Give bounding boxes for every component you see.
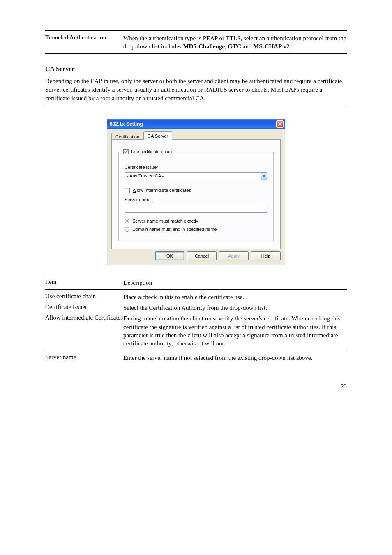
table-header-row: Item Description <box>45 279 347 287</box>
row-label: Use certificate chain <box>45 293 123 300</box>
use-certificate-chain-checkbox[interactable] <box>123 149 129 154</box>
page-number: 23 <box>45 383 347 390</box>
divider <box>45 289 347 290</box>
close-button[interactable] <box>276 120 284 128</box>
divider <box>45 30 347 31</box>
help-button[interactable]: Help <box>251 251 281 260</box>
dropdown-button[interactable] <box>261 173 267 180</box>
row-desc: During tunnel creation the client must v… <box>123 314 347 348</box>
table-row: Allow intermediate Certificates During t… <box>45 314 347 348</box>
col-header-desc: Description <box>123 279 347 287</box>
dropdown-value: - Any Trusted CA - <box>125 173 261 180</box>
ok-button[interactable]: OK <box>155 251 184 260</box>
document-page: Tunneled Authentication When the authent… <box>0 0 392 415</box>
group-legend: Use certificate chain <box>122 149 174 154</box>
radio-row-domain: Domain name must end in specified name <box>125 227 267 232</box>
dialog-body: Certification CA Server Use certificate … <box>107 129 285 265</box>
row-label: Allow intermediate Certificates <box>45 314 123 321</box>
server-name-label: Server name : <box>125 197 267 202</box>
groupbox-certificate-chain: Use certificate chain Certificate issuer… <box>118 152 274 241</box>
table-row: Use certificate chain Place a check in t… <box>45 293 347 301</box>
radio-domain-end-label: Domain name must end in specified name <box>132 227 217 232</box>
table-row: Certificate issuer Select the Certificat… <box>45 304 347 312</box>
row-label: Tunneled Authentication <box>45 34 123 41</box>
col-header-item: Item <box>45 279 123 286</box>
cancel-button[interactable]: Cancel <box>187 251 217 260</box>
certificate-issuer-dropdown[interactable]: - Any Trusted CA - <box>125 172 267 180</box>
allow-intermediate-row: Allow intermidiate certificates <box>125 188 267 193</box>
row-label: Certificate issuer <box>45 304 123 311</box>
row-desc: When the authentication type is PEAP or … <box>123 34 347 51</box>
divider <box>45 53 347 54</box>
radio-match-exactly-label: Server name must match exactly <box>132 219 198 223</box>
row-label: Server name <box>45 354 123 361</box>
chevron-down-icon <box>263 175 265 177</box>
radio-domain-end[interactable] <box>125 227 129 232</box>
divider <box>45 350 347 350</box>
dialog-window: 802.1x Setting Certification CA Server U… <box>107 119 285 265</box>
allow-intermediate-label: Allow intermidiate certificates <box>133 188 191 193</box>
tab-panel-ca-server: Use certificate chain Certificate issuer… <box>111 139 281 249</box>
close-icon <box>278 122 282 126</box>
titlebar: 802.1x Setting <box>107 119 285 129</box>
apply-button[interactable]: Apply <box>219 251 249 260</box>
section-heading: CA Server <box>45 65 347 73</box>
divider <box>45 275 347 275</box>
row-desc: Enter the server name if not selected fr… <box>123 354 347 362</box>
radio-row-exact: Server name must match exactly <box>125 219 267 223</box>
tab-ca-server[interactable]: CA Server <box>143 131 172 140</box>
window-title: 802.1x Setting <box>110 121 143 127</box>
server-name-input[interactable] <box>125 205 267 213</box>
divider <box>45 107 347 107</box>
radio-match-exactly[interactable] <box>125 219 129 223</box>
tab-bar: Certification CA Server <box>111 131 281 140</box>
table-row: Server name Enter the server name if not… <box>45 354 347 362</box>
use-certificate-chain-label: Use certificate chain <box>130 149 173 154</box>
dialog-button-row: OK Cancel Apply Help <box>111 251 281 260</box>
row-desc: Place a check in this to enable the cert… <box>123 293 347 301</box>
certificate-issuer-label: Certificate issuer : <box>125 165 267 170</box>
paragraph: Depending on the EAP in use, only the se… <box>45 77 347 103</box>
dialog-figure: 802.1x Setting Certification CA Server U… <box>45 119 347 265</box>
row-desc: Select the Certification Authority from … <box>123 304 347 312</box>
allow-intermediate-checkbox[interactable] <box>125 188 130 193</box>
definition-row: Tunneled Authentication When the authent… <box>45 34 347 51</box>
